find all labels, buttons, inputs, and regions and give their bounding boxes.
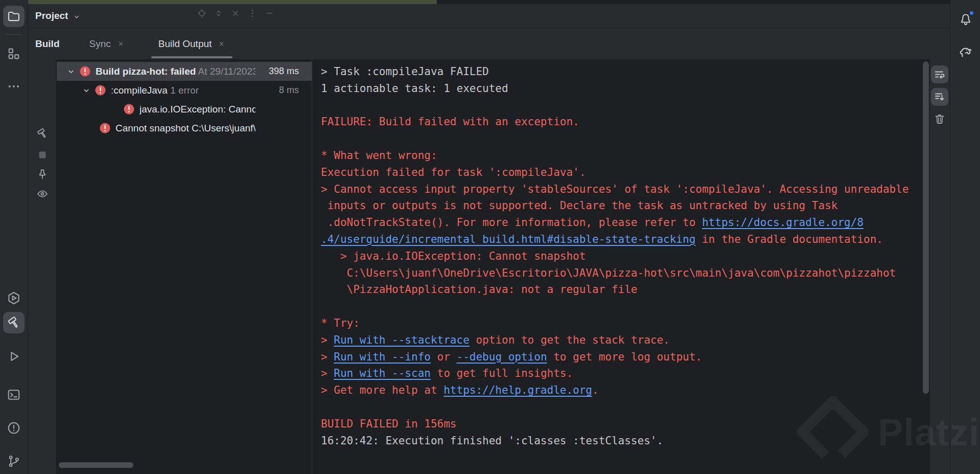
console-line: > Cannot access input property 'stableSo… [321,181,920,198]
more-v-icon [247,8,258,18]
console-link[interactable]: --debug option [457,351,547,363]
close-icon[interactable] [230,8,241,18]
hammer-icon [36,127,49,140]
stop-button[interactable] [35,147,50,163]
error-icon [99,122,111,134]
tab-label: Build Output [158,38,212,50]
structure-tool-button[interactable] [3,43,25,64]
build-tree-row[interactable]: :compileJava 1 error8 ms [57,81,312,100]
stop-filled-icon [36,149,49,161]
console-text-segment: . [592,384,599,396]
tool-window-title: Build [35,38,60,50]
tool-window-header: Project [28,4,950,28]
console-line: Execution failed for task ':compileJava'… [321,164,920,181]
gradle-button[interactable] [958,44,974,60]
console-link[interactable]: Run with --info [334,351,431,363]
chevron-down-icon [72,11,82,21]
console-line: > Run with --info or --debug option to g… [321,349,920,366]
console-line: * What went wrong: [321,147,920,164]
minus-icon [264,8,274,18]
console-toolbar [930,59,950,474]
build-panel-toolbar [28,59,56,474]
console-text-segment: > [321,351,334,363]
horizontal-scrollbar[interactable] [59,462,133,468]
services-icon [7,291,21,305]
console-link[interactable]: .4/userguide/incremental_build.html#disa… [321,233,695,245]
console-link[interactable]: Run with --scan [334,367,431,379]
more-tool-windows-button[interactable] [3,76,25,97]
build-tree-row[interactable]: Cannot snapshot C:\Users\juanf\OneDrive\… [57,119,312,138]
problems-icon [7,421,21,435]
build-tree-panel: Build pizza-hot: failed At 29/11/2023 16… [57,59,312,474]
top-green-strip [28,0,437,4]
updown-icon [214,8,224,18]
console-text-segment: > [321,334,334,346]
console-link[interactable]: https://help.gradle.org [444,384,592,396]
trash-icon [934,113,946,125]
build-tool-button[interactable] [3,312,25,333]
console-line: 16:20:42: Execution finished ':classes :… [321,433,920,449]
close-icon [230,8,241,18]
console-line [321,130,920,147]
console-link[interactable]: Run with --stacktrace [334,334,470,346]
vertical-scrollbar[interactable] [923,61,929,394]
error-icon [79,65,91,77]
preview-button[interactable] [35,186,50,201]
terminal-tool-button[interactable] [3,384,25,405]
eye-icon [36,188,49,200]
locate-file-icon[interactable] [197,8,207,18]
header-actions [197,8,274,18]
notifications-button[interactable] [958,11,974,28]
console-text-segment: to get more log output. [547,351,702,363]
console-line: * Try: [321,315,920,332]
tab-sync[interactable]: Sync [81,28,133,59]
project-selector-label: Project [35,10,68,21]
project-tool-button[interactable] [3,6,25,27]
console-text-segment: inputs or outputs is not supported. Decl… [321,199,837,212]
more-options-icon[interactable] [247,8,258,18]
console-text-segment: 16:20:42: Execution finished ':classes :… [321,435,663,447]
tab-close-icon[interactable] [218,40,225,48]
console-text-segment: Execution failed for task ':compileJava'… [321,166,586,178]
console-text-segment: 1 actionable task: 1 executed [321,82,508,95]
play-icon [7,349,21,364]
build-tree-row[interactable]: Build pizza-hot: failed At 29/11/2023 16… [57,62,312,81]
version-control-tool-button[interactable] [3,450,25,472]
console-line: inputs or outputs is not supported. Decl… [321,197,920,214]
pin-tab-button[interactable] [35,167,50,182]
tree-expand-chevron-icon[interactable] [66,66,76,77]
services-tool-button[interactable] [3,287,25,309]
console-text-segment: > Cannot access input property 'stableSo… [321,183,909,195]
project-selector[interactable]: Project [35,7,85,25]
tab-close-icon[interactable] [117,40,125,48]
scroll-end-icon [934,91,946,103]
build-output-console: > Task :compileJava FAILED1 actionable t… [312,59,930,474]
notification-badge [969,10,974,16]
console-line [321,399,920,416]
expand-collapse-icon[interactable] [214,8,224,18]
gradle-elephant-icon [959,45,973,59]
run-tool-button[interactable] [3,346,25,367]
tree-row-duration: 8 ms [258,85,299,96]
rebuild-button[interactable] [35,126,50,141]
console-text-segment: C:\Users\juanf\OneDrive\Escritorio\JAVA\… [321,267,896,279]
problems-tool-button[interactable] [3,417,25,439]
scroll-to-end-button[interactable] [931,88,948,106]
console-text-segment: BUILD FAILED in 156ms [321,418,457,430]
console-line: 1 actionable task: 1 executed [321,80,920,97]
console-text-segment: or [431,351,457,363]
console-line: FAILURE: Build failed with an exception. [321,114,920,130]
build-tree: Build pizza-hot: failed At 29/11/2023 16… [57,59,312,138]
console-line: \PizzaHotApplication.java: not a regular… [321,281,920,298]
hide-panel-icon[interactable] [264,8,274,18]
console-link[interactable]: https://docs.gradle.org/8 [702,216,864,229]
terminal-icon [7,388,21,402]
tree-expand-chevron-icon[interactable] [81,85,91,96]
build-tree-row[interactable]: java.io.IOException: Cannot snapshot C: [57,100,312,119]
console-line: .4/userguide/incremental_build.html#disa… [321,231,920,248]
clear-all-button[interactable] [931,110,948,128]
soft-wrap-button[interactable] [931,65,948,83]
tree-row-label: :compileJava 1 error [111,85,199,96]
console-line [321,298,920,315]
tab-build-output[interactable]: Build Output [150,28,234,59]
